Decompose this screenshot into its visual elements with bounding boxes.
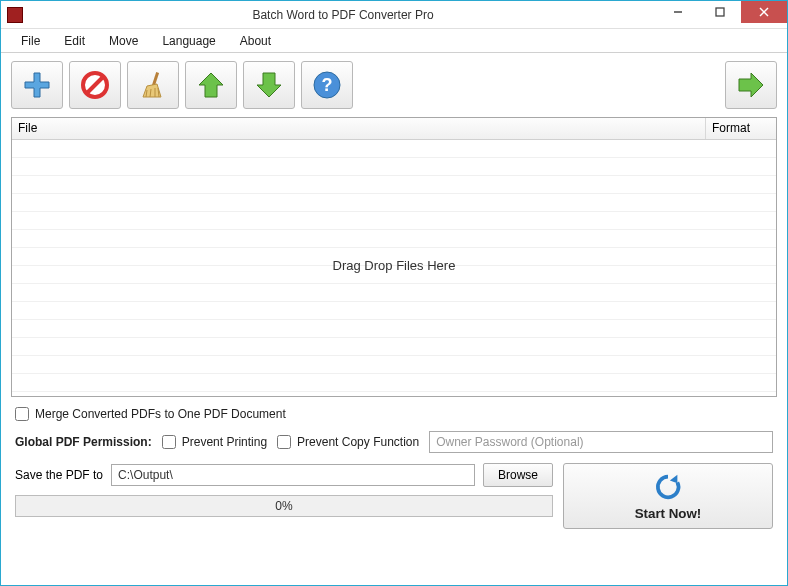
prevent-printing-label[interactable]: Prevent Printing xyxy=(162,435,267,449)
arrow-down-icon xyxy=(253,69,285,101)
prevent-copy-label[interactable]: Prevent Copy Function xyxy=(277,435,419,449)
menu-language[interactable]: Language xyxy=(150,30,227,52)
bottom-panel: Save the PDF to Browse 0% Start Now! xyxy=(1,453,787,539)
toolbar: ? xyxy=(1,53,787,117)
browse-button[interactable]: Browse xyxy=(483,463,553,487)
plus-icon xyxy=(21,69,53,101)
refresh-icon xyxy=(653,472,683,502)
clear-button[interactable] xyxy=(127,61,179,109)
help-button[interactable]: ? xyxy=(301,61,353,109)
move-up-button[interactable] xyxy=(185,61,237,109)
merge-checkbox-label[interactable]: Merge Converted PDFs to One PDF Document xyxy=(15,407,286,421)
output-path-input[interactable] xyxy=(111,464,475,486)
progress-text: 0% xyxy=(275,499,292,513)
move-down-button[interactable] xyxy=(243,61,295,109)
owner-password-input[interactable] xyxy=(429,431,773,453)
maximize-icon xyxy=(715,7,725,17)
menu-move[interactable]: Move xyxy=(97,30,150,52)
minimize-icon xyxy=(673,7,683,17)
prevent-copy-checkbox[interactable] xyxy=(277,435,291,449)
menu-about[interactable]: About xyxy=(228,30,283,52)
column-file[interactable]: File xyxy=(12,118,706,139)
arrow-right-icon xyxy=(735,69,767,101)
minimize-button[interactable] xyxy=(657,1,699,23)
add-button[interactable] xyxy=(11,61,63,109)
start-button[interactable]: Start Now! xyxy=(563,463,773,529)
menu-edit[interactable]: Edit xyxy=(52,30,97,52)
window-controls xyxy=(657,1,787,28)
column-format[interactable]: Format xyxy=(706,118,776,139)
next-button[interactable] xyxy=(725,61,777,109)
options-area: Merge Converted PDFs to One PDF Document… xyxy=(1,397,787,453)
permission-label: Global PDF Permission: xyxy=(15,435,152,449)
window-title: Batch Word to PDF Converter Pro xyxy=(29,8,657,22)
arrow-up-icon xyxy=(195,69,227,101)
svg-rect-1 xyxy=(716,8,724,16)
help-icon: ? xyxy=(311,69,343,101)
broom-icon xyxy=(137,69,169,101)
close-icon xyxy=(759,7,769,17)
drop-hint: Drag Drop Files Here xyxy=(12,258,776,273)
remove-button[interactable] xyxy=(69,61,121,109)
close-button[interactable] xyxy=(741,1,787,23)
progress-bar: 0% xyxy=(15,495,553,517)
menubar: File Edit Move Language About xyxy=(1,29,787,53)
titlebar: Batch Word to PDF Converter Pro xyxy=(1,1,787,29)
prevent-copy-text: Prevent Copy Function xyxy=(297,435,419,449)
save-label: Save the PDF to xyxy=(15,468,103,482)
maximize-button[interactable] xyxy=(699,1,741,23)
prevent-printing-checkbox[interactable] xyxy=(162,435,176,449)
prevent-printing-text: Prevent Printing xyxy=(182,435,267,449)
merge-checkbox[interactable] xyxy=(15,407,29,421)
file-drop-area[interactable]: Drag Drop Files Here xyxy=(12,140,776,396)
merge-label-text: Merge Converted PDFs to One PDF Document xyxy=(35,407,286,421)
svg-text:?: ? xyxy=(322,75,333,95)
menu-file[interactable]: File xyxy=(9,30,52,52)
start-button-label: Start Now! xyxy=(635,506,702,521)
file-list-panel: File Format Drag Drop Files Here xyxy=(11,117,777,397)
file-list-header: File Format xyxy=(12,118,776,140)
no-entry-icon xyxy=(79,69,111,101)
app-icon xyxy=(7,7,23,23)
